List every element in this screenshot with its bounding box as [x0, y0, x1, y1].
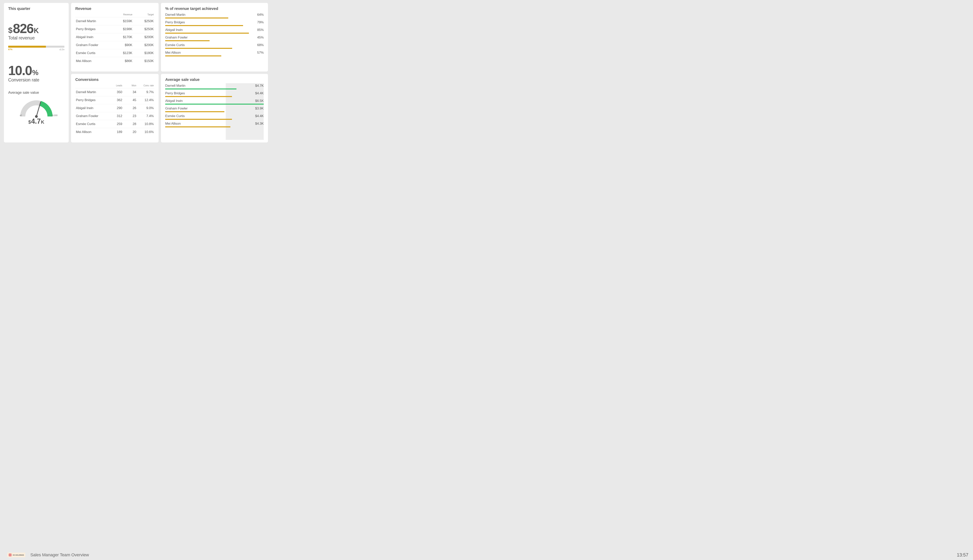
- table-row: Perry Bridges3624512.4%: [75, 96, 154, 104]
- conversion-value: 10.0 %: [8, 64, 64, 77]
- conversion-label: Conversion rate: [8, 77, 64, 83]
- table-row: Esmée Curtis$123K$180K: [75, 49, 154, 57]
- table-row: Perry Bridges$198K$250K: [75, 25, 154, 33]
- table-row: Esmée Curtis2592810.8%: [75, 120, 154, 128]
- bar-row: Abigail Irwin$6.5K: [165, 99, 264, 105]
- table-row: Abigail Irwin290269.0%: [75, 104, 154, 112]
- table-row: Graham Fowler$90K$200K: [75, 41, 154, 49]
- table-row: Mei Allison$86K$150K: [75, 57, 154, 65]
- summary-card: This quarter $ 826 K Total revenue 67% $…: [4, 3, 69, 143]
- avg-sale-gauge: $0 $8,000: [14, 93, 59, 118]
- avg-sale-title: Average sale value: [165, 77, 264, 82]
- bar-row: Darnell Martin64%: [165, 13, 264, 18]
- bar-row: Abigail Irwin85%: [165, 28, 264, 33]
- revenue-progress-track: [8, 46, 64, 48]
- bar-row: Esmée Curtis$4.4K: [165, 114, 264, 120]
- total-revenue-value: $ 826 K: [8, 22, 64, 35]
- revenue-card: Revenue Revenue Target Darnell Martin$15…: [71, 3, 159, 72]
- target-pct-list: Darnell Martin64%Perry Bridges79%Abigail…: [165, 13, 264, 57]
- bar-row: Mei Allison$4.3K: [165, 122, 264, 127]
- revenue-progress-meta: 67% $1.2M: [8, 48, 64, 50]
- summary-title: This quarter: [8, 7, 64, 11]
- table-row: Graham Fowler312237.4%: [75, 112, 154, 120]
- bar-row: Perry Bridges$4.4K: [165, 92, 264, 97]
- target-pct-card: % of revenue target achieved Darnell Mar…: [161, 3, 268, 72]
- revenue-table: Revenue Target Darnell Martin$159K$250KP…: [75, 12, 154, 65]
- bar-row: Esmée Curtis68%: [165, 43, 264, 49]
- conversions-card: Conversions Leads Won Conv. rate Darnell…: [71, 74, 159, 143]
- bar-row: Graham Fowler45%: [165, 36, 264, 41]
- gauge-max: $8,000: [51, 114, 57, 117]
- gauge-min: $0: [20, 114, 22, 117]
- bar-row: Darnell Martin$4.7K: [165, 84, 264, 90]
- conversions-title: Conversions: [75, 77, 154, 82]
- conversions-table: Leads Won Conv. rate Darnell Martin35034…: [75, 83, 154, 136]
- revenue-title: Revenue: [75, 7, 154, 11]
- conversion-block: 10.0 % Conversion rate: [8, 64, 64, 83]
- avg-sale-card: Average sale value Darnell Martin$4.7KPe…: [161, 74, 268, 143]
- target-pct-title: % of revenue target achieved: [165, 7, 264, 11]
- table-row: Darnell Martin350349.7%: [75, 88, 154, 96]
- revenue-progress-max: $1.2M: [60, 48, 64, 50]
- total-revenue-label: Total revenue: [8, 35, 64, 41]
- table-row: Darnell Martin$159K$250K: [75, 17, 154, 25]
- bar-row: Mei Allison57%: [165, 51, 264, 57]
- table-row: Abigail Irwin$170K$200K: [75, 33, 154, 41]
- revenue-progress-fill: [8, 46, 46, 48]
- table-row: Mei Allison1892010.6%: [75, 128, 154, 136]
- avg-sale-list: Darnell Martin$4.7KPerry Bridges$4.4KAbi…: [165, 84, 264, 127]
- bar-row: Perry Bridges79%: [165, 20, 264, 26]
- svg-point-1: [35, 115, 38, 118]
- bar-row: Graham Fowler$3.9K: [165, 107, 264, 112]
- gauge-value: $4.7K: [8, 117, 64, 125]
- avg-sale-block: Average sale value $0 $8,000 $4.7K: [8, 90, 64, 125]
- total-revenue-block: $ 826 K Total revenue 67% $1.2M: [8, 22, 64, 50]
